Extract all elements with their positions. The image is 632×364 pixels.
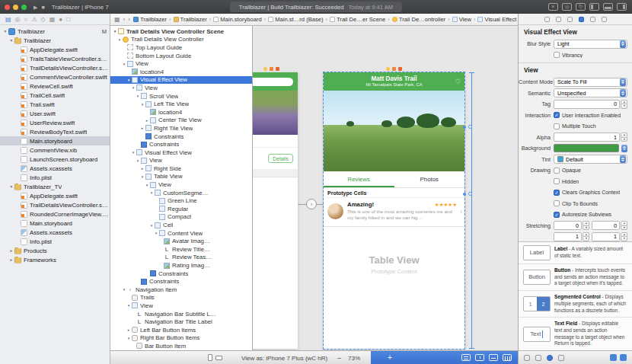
disclosure-icon[interactable]: ▾ xyxy=(8,38,14,43)
stop-button[interactable]: ■ xyxy=(41,5,44,10)
disclosure-icon[interactable]: ▾ xyxy=(139,174,145,179)
navigator-file-row[interactable]: Trail.swift xyxy=(0,100,110,109)
outline-row-regular[interactable]: Regular xyxy=(110,205,252,213)
disclosure-icon[interactable]: ▾ xyxy=(117,37,123,42)
stepper-control[interactable] xyxy=(621,133,627,142)
outline-row-view[interactable]: ▾View xyxy=(110,157,252,165)
clears-graphics-context-checkbox[interactable]: ✓ xyxy=(554,190,560,196)
outline-row-trails[interactable]: Trails xyxy=(110,294,252,302)
hide-utilities-icon[interactable] xyxy=(617,3,627,11)
blur-style-dropdown[interactable]: Light xyxy=(554,40,627,49)
navigator-file-row[interactable]: Info.plist xyxy=(0,173,110,182)
outline-row-scroll-view[interactable]: ▾Scroll View xyxy=(110,92,252,101)
outline-row-visual-effect-view[interactable]: ▾Visual Effect View xyxy=(110,148,252,157)
tab-reviews[interactable]: Reviews xyxy=(324,171,394,187)
stretch-y-field[interactable]: 1 xyxy=(592,232,620,241)
outline-row-center-tile-view[interactable]: ▸Center Tile View xyxy=(110,117,252,125)
trail-details-view-controller-preview[interactable]: Matt Davis Trail Mt Tamalpais State Park… xyxy=(324,65,464,349)
disclosure-icon[interactable]: ▾ xyxy=(126,78,132,82)
outline-row-constraints[interactable]: Constraints xyxy=(110,270,252,278)
disclosure-icon[interactable]: ▸ xyxy=(8,257,14,262)
search-vc-view[interactable]: Details xyxy=(253,72,298,349)
outline-row-constraints[interactable]: Constraints xyxy=(110,140,252,148)
outline-row-visual-effect-view[interactable]: ▾Visual Effect View xyxy=(110,76,252,85)
tint-popup[interactable]: Default xyxy=(554,155,627,164)
stretch-y-field[interactable]: 0 xyxy=(592,221,620,230)
multiple-touch-checkbox[interactable] xyxy=(554,123,560,129)
outline-row-bar-button-item[interactable]: Bar Button Item xyxy=(110,342,252,350)
outline-row-constraints[interactable]: Constraints xyxy=(110,133,252,141)
debug-navigator-icon[interactable]: ▦ xyxy=(49,16,56,23)
device-orientation-icons[interactable] xyxy=(208,354,222,361)
disclosure-icon[interactable]: ▾ xyxy=(121,287,127,292)
jumpbar-segment-trailblazer[interactable]: Trailblazer xyxy=(133,16,167,23)
back-icon[interactable]: ‹ xyxy=(123,16,126,23)
jumpbar-segment-trailblazer[interactable]: Trailblazer xyxy=(174,16,207,23)
navigator-file-row[interactable]: AppDelegate.swift xyxy=(0,191,110,200)
list-view-icon[interactable] xyxy=(620,354,627,361)
navigator-file-row[interactable]: RoundedCornerImageView.swift xyxy=(0,209,110,219)
forward-icon[interactable]: › xyxy=(128,16,130,23)
hidden-checkbox[interactable] xyxy=(554,178,560,184)
library-item-label[interactable]: LabelLabel - A variably sized amount of … xyxy=(519,242,632,263)
pin-button[interactable] xyxy=(489,354,498,361)
outline-row-avatar-imag[interactable]: Avatar Imag… xyxy=(110,237,252,245)
test-navigator-icon[interactable]: ◇ xyxy=(41,16,46,23)
stepper-control[interactable] xyxy=(583,221,589,230)
exit-icon[interactable] xyxy=(398,67,402,71)
outline-row-navigation-bar-title-label[interactable]: LNavigation Bar Title Label xyxy=(110,318,252,326)
jumpbar-segment-main-storyboard[interactable]: Main.storyboard xyxy=(213,16,261,23)
zoom-out-button[interactable]: – xyxy=(337,354,341,362)
outline-row-content-view[interactable]: ▾Content View xyxy=(110,229,252,238)
resolve-autolayout-button[interactable] xyxy=(503,354,512,361)
assistant-editor-icon[interactable]: ◎ xyxy=(562,3,572,11)
code-snippet-library-icon[interactable] xyxy=(535,355,541,361)
view-controller-icon[interactable] xyxy=(263,67,267,71)
symbol-navigator-icon[interactable]: ◎ xyxy=(15,16,21,23)
connections-inspector-icon[interactable] xyxy=(602,17,607,22)
favorite-heart-icon[interactable]: ♡ xyxy=(455,78,461,85)
disclosure-icon[interactable]: ▾ xyxy=(135,94,141,98)
library-item-text-field[interactable]: TextText Field - Displays editable text … xyxy=(519,317,632,350)
outline-row-bottom-layout-guide[interactable]: Bottom Layout Guide xyxy=(110,52,252,60)
outline-row-navigation-item[interactable]: ▾‹Navigation Item xyxy=(110,286,252,294)
identity-inspector-icon[interactable] xyxy=(567,17,573,22)
outline-row-right-bar-button-items[interactable]: ▾Right Bar Button Items xyxy=(110,334,252,343)
zoom-in-button[interactable]: + xyxy=(388,353,392,362)
grid-view-icon[interactable] xyxy=(610,354,617,361)
disclosure-icon[interactable]: ▾ xyxy=(148,223,155,228)
disclosure-icon[interactable]: ▾ xyxy=(8,184,14,189)
tab-photos[interactable]: Photos xyxy=(394,171,465,187)
outline-row-right-side[interactable]: ▸Right Side xyxy=(110,164,252,173)
hide-debug-area-icon[interactable] xyxy=(603,3,613,11)
outline-row-review-teas[interactable]: LReview Teas… xyxy=(110,254,252,262)
disclosure-icon[interactable]: ▸ xyxy=(8,248,14,253)
size-inspector-icon[interactable] xyxy=(590,17,595,22)
jumpbar-segment-trail-de-ontroller[interactable]: Trail De…ontroller xyxy=(392,16,445,23)
close-window-icon[interactable] xyxy=(5,5,10,10)
media-library-icon[interactable] xyxy=(558,355,564,361)
stepper-control[interactable] xyxy=(583,232,589,241)
trail-photo[interactable] xyxy=(324,91,464,171)
first-responder-icon[interactable] xyxy=(270,67,273,71)
outline-row-location4[interactable]: location4 xyxy=(110,68,252,76)
report-navigator-icon[interactable]: □ xyxy=(66,16,70,23)
navigator-file-row[interactable]: ReviewCell.swift xyxy=(0,81,110,91)
disclosure-icon[interactable]: ▸ xyxy=(144,118,150,123)
outline-row-right-tile-view[interactable]: ▸Right Tile View xyxy=(110,124,252,133)
trail-details-view[interactable]: Matt Davis Trail Mt Tamalpais State Park… xyxy=(324,72,464,349)
outline-row-navigation-bar-subtitle-l[interactable]: LNavigation Bar Subtitle L… xyxy=(110,310,252,318)
navigator-file-row[interactable]: Main.storyboard xyxy=(0,219,110,228)
stepper-control[interactable] xyxy=(621,221,627,230)
vibrancy-checkbox[interactable] xyxy=(554,52,560,58)
outline-row-table-view[interactable]: ▾Table View xyxy=(110,173,252,181)
disclosure-icon[interactable]: ▾ xyxy=(153,231,159,235)
align-button[interactable] xyxy=(475,354,484,361)
navigator-file-row[interactable]: Main.storyboard xyxy=(0,136,110,145)
minimize-window-icon[interactable] xyxy=(13,5,18,10)
issue-navigator-icon[interactable]: ⚠ xyxy=(31,16,37,23)
quick-help-inspector-icon[interactable] xyxy=(556,17,561,22)
disclosure-icon[interactable]: ▾ xyxy=(148,190,155,195)
navigator-file-row[interactable]: Info.plist xyxy=(0,237,110,246)
navigator-file-row[interactable]: AppDelegate.swift xyxy=(0,45,110,54)
